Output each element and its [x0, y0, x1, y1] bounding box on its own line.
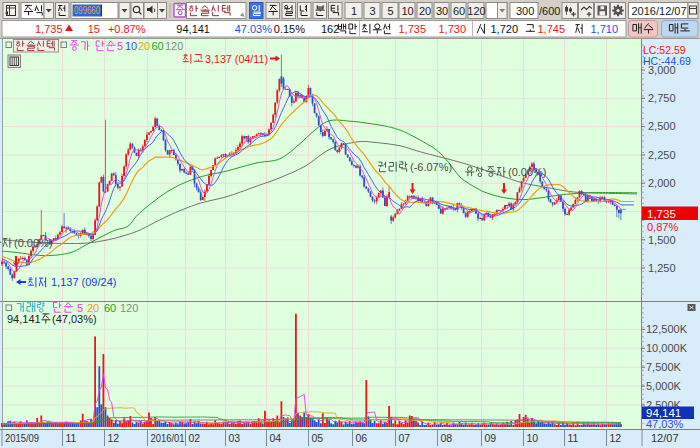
- svg-text:3,137 (04/11): 3,137 (04/11): [205, 53, 268, 65]
- svg-text:60: 60: [152, 40, 164, 52]
- svg-text:20: 20: [419, 5, 431, 17]
- svg-text:(-6.07%): (-6.07%): [410, 161, 452, 173]
- svg-text:60: 60: [104, 302, 116, 314]
- svg-text:12/07: 12/07: [651, 432, 679, 444]
- svg-text:099660: 099660: [74, 4, 100, 16]
- svg-text:5: 5: [117, 40, 123, 52]
- svg-text:5,000K: 5,000K: [646, 380, 682, 392]
- svg-text:12,500K: 12,500K: [646, 323, 688, 335]
- svg-text:2,250: 2,250: [648, 149, 676, 161]
- svg-text:1,720: 1,720: [490, 23, 518, 35]
- svg-text:60: 60: [453, 5, 465, 17]
- svg-text:7,500K: 7,500K: [646, 361, 682, 373]
- svg-text:0.15%: 0.15%: [274, 23, 305, 35]
- svg-text:94,141: 94,141: [7, 313, 41, 325]
- svg-text:1,710: 1,710: [590, 23, 618, 35]
- svg-text:04: 04: [270, 432, 282, 444]
- svg-text:+0.87%: +0.87%: [108, 23, 146, 35]
- svg-text:120: 120: [165, 40, 183, 52]
- svg-text:94,141: 94,141: [176, 23, 210, 35]
- svg-text:09: 09: [485, 432, 497, 444]
- svg-text:2015/09: 2015/09: [5, 432, 39, 444]
- svg-text:1: 1: [351, 5, 357, 17]
- svg-text:30: 30: [436, 5, 448, 17]
- svg-text:300: 300: [516, 5, 534, 17]
- svg-text:1,500: 1,500: [648, 234, 676, 246]
- svg-text:2,750: 2,750: [648, 92, 676, 104]
- svg-text:11: 11: [568, 432, 579, 444]
- svg-text:12: 12: [610, 432, 622, 444]
- svg-text:1,730: 1,730: [438, 23, 466, 35]
- svg-text:162: 162: [321, 23, 339, 35]
- svg-text:11: 11: [66, 432, 77, 444]
- svg-text:/600: /600: [539, 5, 560, 17]
- svg-text:47,03%: 47,03%: [646, 418, 684, 430]
- svg-text:1,735: 1,735: [647, 208, 676, 220]
- svg-text:2016/12/07: 2016/12/07: [632, 5, 687, 17]
- svg-text:06: 06: [356, 432, 368, 444]
- svg-text:03: 03: [229, 432, 241, 444]
- svg-text:47.03%: 47.03%: [235, 23, 273, 35]
- svg-text:07: 07: [399, 432, 411, 444]
- svg-text:10: 10: [527, 432, 539, 444]
- svg-text:1,250: 1,250: [648, 262, 676, 274]
- svg-text:1,745: 1,745: [537, 23, 565, 35]
- svg-text:10,000K: 10,000K: [646, 342, 688, 354]
- svg-text:2016/01: 2016/01: [151, 432, 185, 444]
- svg-text:120: 120: [120, 302, 138, 314]
- svg-text:3,000: 3,000: [648, 64, 676, 76]
- svg-text:15: 15: [88, 23, 100, 35]
- svg-text:1,735: 1,735: [35, 23, 63, 35]
- svg-text:20: 20: [138, 40, 150, 52]
- svg-text:10: 10: [125, 40, 137, 52]
- svg-text:(47,03%): (47,03%): [52, 313, 97, 325]
- svg-text:(0.00%): (0.00%): [508, 166, 547, 178]
- svg-text:1,137 (09/24): 1,137 (09/24): [51, 276, 116, 288]
- svg-text:3: 3: [369, 5, 375, 17]
- svg-text:08: 08: [441, 432, 453, 444]
- svg-text:5: 5: [387, 5, 393, 17]
- svg-text:120: 120: [467, 5, 485, 17]
- svg-text:(0.00%): (0.00%): [14, 237, 53, 249]
- svg-text:2,000: 2,000: [648, 177, 676, 189]
- svg-text:2,500: 2,500: [648, 120, 676, 132]
- svg-text:0,87%: 0,87%: [647, 221, 678, 233]
- svg-text:1,735: 1,735: [398, 23, 426, 35]
- svg-text:05: 05: [312, 432, 324, 444]
- svg-text:12: 12: [108, 432, 120, 444]
- svg-text:10: 10: [401, 5, 413, 17]
- svg-text:02: 02: [189, 432, 201, 444]
